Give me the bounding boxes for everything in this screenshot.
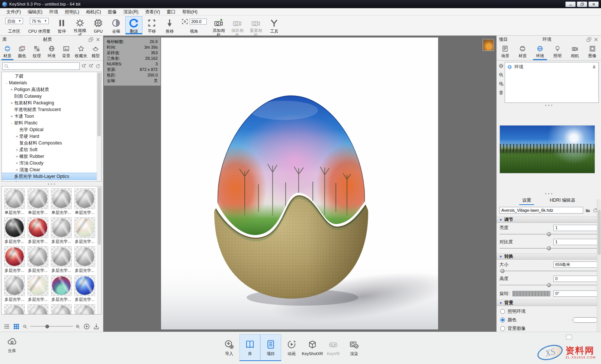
tree-item[interactable]: +橡胶 Rubber xyxy=(2,153,101,160)
slider-knob[interactable] xyxy=(547,232,551,236)
environment-thumbnail-chip[interactable] xyxy=(482,39,494,51)
environment-list[interactable]: 环境 xyxy=(505,62,599,103)
zoom-in-icon[interactable] xyxy=(75,324,81,329)
menu-item[interactable]: 文件(F) xyxy=(3,8,24,16)
material-thumbnail[interactable] xyxy=(26,303,49,315)
ribbon-xr-button[interactable]: KeyShotXR xyxy=(302,334,323,361)
toolbar-tumble-button[interactable]: 翻滚 xyxy=(125,16,142,35)
material-thumbnail[interactable]: 单层光学... xyxy=(3,187,26,216)
material-thumbnail[interactable]: 多层光学... xyxy=(26,216,49,245)
float-panel-icon[interactable] xyxy=(88,37,94,42)
tree-item[interactable]: 下载 xyxy=(2,73,101,79)
dropdown-control[interactable]: 启动▼ xyxy=(5,18,23,24)
material-thumbnail[interactable]: 多层光学... xyxy=(3,274,26,303)
dropdown-control[interactable]: 75 %▼ xyxy=(30,18,49,24)
settings-tab[interactable]: HDRI 编辑器 xyxy=(547,196,578,205)
refresh-icon[interactable] xyxy=(95,64,101,69)
ribbon-render-button[interactable]: 渲染 xyxy=(344,334,364,361)
menu-item[interactable]: 窗口 xyxy=(163,8,179,16)
tree-item[interactable]: 剖面 Cutaway xyxy=(2,93,101,100)
radio-icon[interactable] xyxy=(500,309,505,314)
delete-environment-icon[interactable] xyxy=(498,90,504,95)
tree-expander[interactable]: + xyxy=(15,168,19,172)
library-tab[interactable]: 环境 xyxy=(44,43,59,60)
project-splitter-handle[interactable] xyxy=(496,103,601,107)
tree-item[interactable]: -Materials xyxy=(2,79,101,86)
background-option-image[interactable]: 背景图像 xyxy=(496,323,601,332)
toolbar-pan-button[interactable]: 平移 xyxy=(143,16,160,35)
tree-item[interactable]: 光学 Optical xyxy=(2,126,101,133)
fov-input[interactable] xyxy=(190,19,207,25)
tree-expander[interactable]: - xyxy=(9,121,14,125)
menu-item[interactable]: 相机(C) xyxy=(83,8,105,16)
ribbon-book-button[interactable]: 库 xyxy=(240,334,260,361)
material-thumbnail[interactable]: 单层光学... xyxy=(73,187,96,216)
toolbar-fov-button[interactable]: 视角 xyxy=(179,16,209,35)
grid-view-icon[interactable] xyxy=(13,323,20,330)
tree-item[interactable]: +浑浊 Cloudy xyxy=(2,160,101,166)
material-thumbnail[interactable] xyxy=(49,303,73,315)
tree-item[interactable]: +包装材料 Packaging xyxy=(2,100,101,106)
material-thumbnail[interactable] xyxy=(3,303,26,315)
material-thumbnail[interactable]: 多层光学... xyxy=(73,274,96,303)
rotation-input[interactable]: 0° xyxy=(553,290,598,297)
project-tab[interactable]: 照明 xyxy=(549,43,566,60)
section-background[interactable]: ▼背景 xyxy=(496,300,601,306)
menu-item[interactable]: 帮助(H) xyxy=(179,8,201,16)
scrollbar-thumb[interactable] xyxy=(98,187,101,245)
tree-expander[interactable]: - xyxy=(4,81,9,85)
library-tab[interactable]: 背景 xyxy=(59,43,74,60)
download-library-icon[interactable] xyxy=(83,323,90,330)
menu-item[interactable]: 环境 xyxy=(46,8,61,16)
slider-knob[interactable] xyxy=(547,246,551,250)
library-tab[interactable]: 收藏夹 xyxy=(74,43,89,60)
add-environment-icon[interactable] xyxy=(498,63,504,69)
tree-item[interactable]: +柔软 Soft xyxy=(2,146,101,153)
background-option-color[interactable]: 颜色 xyxy=(496,315,601,323)
project-tab[interactable]: 环境 xyxy=(531,43,549,60)
toolbar-perf-button[interactable]: 性能模式 xyxy=(71,16,89,35)
material-thumbnail[interactable]: 多层光学... xyxy=(3,245,26,274)
settings-tab[interactable]: 设置 xyxy=(519,196,534,205)
close-button[interactable] xyxy=(588,1,599,7)
slider-knob[interactable] xyxy=(500,269,504,273)
toolbar-tools-button[interactable]: 工具 xyxy=(266,16,283,35)
tree-item[interactable]: -塑料 Plastic xyxy=(2,120,101,126)
material-thumbnail[interactable] xyxy=(73,303,96,315)
background-option-lighting[interactable]: 照明环境 xyxy=(496,306,601,315)
material-thumbnail[interactable]: 多层光学... xyxy=(73,245,96,274)
library-tab[interactable]: 纹理 xyxy=(29,43,44,60)
import-library-icon[interactable] xyxy=(93,323,100,330)
brightness-input[interactable]: 1 xyxy=(553,225,598,231)
toolbar-addcam-button[interactable]: 添加相机 xyxy=(210,16,228,35)
library-tab[interactable]: 颜色 xyxy=(15,43,30,60)
slider-knob[interactable] xyxy=(45,325,49,328)
tree-item[interactable]: +卡通 Toon xyxy=(2,113,101,120)
tree-item[interactable]: +坚硬 Hard xyxy=(2,133,101,140)
project-tab[interactable]: 材质 xyxy=(514,43,531,60)
tree-item[interactable]: +Poliigon 高清材质 xyxy=(2,86,101,93)
menu-item[interactable]: 渲染(R) xyxy=(120,8,142,16)
project-tab[interactable]: 图像 xyxy=(584,43,601,60)
toolbar-gpu-button[interactable]: GPU xyxy=(90,16,107,35)
toolbar-cam-button[interactable]: 保存相机 xyxy=(228,16,246,35)
tree-expander[interactable]: + xyxy=(15,134,19,139)
size-input[interactable]: 659毫米 xyxy=(553,261,598,268)
material-thumbnail[interactable]: 多层光学... xyxy=(49,245,73,274)
section-transform[interactable]: ▼转换 xyxy=(496,253,601,260)
section-adjust[interactable]: ▼调节 xyxy=(496,217,601,223)
thumbnail-size-slider[interactable] xyxy=(30,324,73,329)
restore-button[interactable] xyxy=(577,1,587,7)
material-thumbnail[interactable]: 多层光学... xyxy=(73,216,96,245)
library-search[interactable] xyxy=(2,62,80,70)
scrollbar-thumb[interactable] xyxy=(598,210,601,255)
tree-expander[interactable]: + xyxy=(15,147,19,152)
toolbar-denoise-button[interactable]: 去噪 xyxy=(107,16,125,35)
tree-expander[interactable]: + xyxy=(9,181,14,182)
material-thumbnail[interactable]: 多层光学... xyxy=(26,245,49,274)
library-tab[interactable]: 材质 xyxy=(0,43,15,60)
project-tab[interactable]: 相机 xyxy=(566,43,584,60)
menu-item[interactable]: 编辑(E) xyxy=(24,8,46,16)
edit-environment-icon[interactable] xyxy=(498,81,504,87)
tree-item[interactable]: 多层光学 Multi-Layer Optics xyxy=(2,173,101,180)
